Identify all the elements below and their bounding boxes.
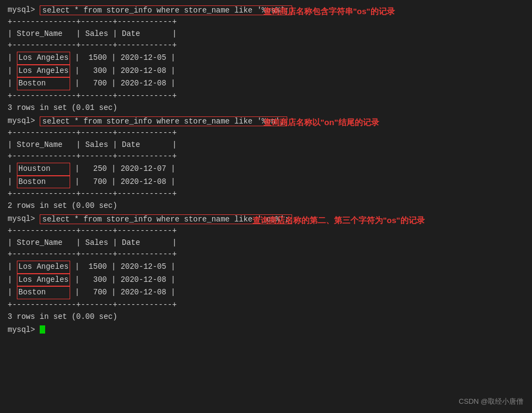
final-prompt: mysql> bbox=[8, 325, 40, 334]
header-2: | Store_Name | Sales | Date | bbox=[8, 139, 524, 151]
result-count-3: 3 rows in set (0.00 sec) bbox=[8, 312, 524, 321]
result-count-1: 3 rows in set (0.01 sec) bbox=[8, 103, 524, 112]
separator-mid-1: +--------------+-------+------------+ bbox=[8, 40, 524, 52]
annotation-1: 查询商店名称包含字符串"os"的记录 bbox=[263, 7, 395, 17]
store-name-cell: Los Angeles bbox=[17, 52, 70, 65]
query-block-3: mysql> select * from store_info where st… bbox=[8, 214, 524, 321]
header-1: | Store_Name | Sales | Date | bbox=[8, 28, 524, 40]
annotation-2: 查询商店名称以"on"结尾的记录 bbox=[263, 118, 379, 128]
store-name-cell: Houston bbox=[17, 163, 70, 176]
table-row: | Houston | 250 | 2020-12-07 | bbox=[8, 163, 524, 176]
table-row: | Boston | 700 | 2020-12-08 | bbox=[8, 176, 524, 189]
separator-top-2: +--------------+-------+------------+ bbox=[8, 127, 524, 139]
sql-command-2: select * from store_info where store_nam… bbox=[40, 116, 287, 126]
prompt-2: mysql> bbox=[8, 116, 40, 125]
cursor bbox=[40, 325, 45, 334]
result-count-2: 2 rows in set (0.00 sec) bbox=[8, 201, 524, 210]
prompt-1: mysql> bbox=[8, 5, 40, 14]
final-prompt-line: mysql> bbox=[8, 325, 524, 334]
store-name-cell: Boston bbox=[17, 176, 70, 189]
table-row: | Boston | 700 | 2020-12-08 | bbox=[8, 77, 524, 90]
table-row: | Los Angeles | 300 | 2020-12-08 | bbox=[8, 274, 524, 287]
separator-top-3: +--------------+-------+------------+ bbox=[8, 225, 524, 237]
store-name-cell: Los Angeles bbox=[17, 65, 70, 78]
store-name-cell: Los Angeles bbox=[17, 274, 70, 287]
header-3: | Store_Name | Sales | Date | bbox=[8, 237, 524, 249]
separator-bot-1: +--------------+-------+------------+ bbox=[8, 90, 524, 102]
annotation-3: 查询商店名称的第二、第三个字符为"os"的记录 bbox=[252, 215, 425, 226]
table-row: | Los Angeles | 300 | 2020-12-08 | bbox=[8, 65, 524, 78]
separator-mid-3: +--------------+-------+------------+ bbox=[8, 249, 524, 261]
query-block-1: mysql> select * from store_info where st… bbox=[8, 5, 524, 112]
footer-brand: CSDN @取经小唐僧 bbox=[459, 397, 523, 406]
store-name-cell: Los Angeles bbox=[17, 261, 70, 274]
store-name-cell: Boston bbox=[17, 77, 70, 90]
separator-bot-2: +--------------+-------+------------+ bbox=[8, 188, 524, 200]
prompt-3: mysql> bbox=[8, 214, 40, 223]
table-row: | Boston | 700 | 2020-12-08 | bbox=[8, 286, 524, 299]
sql-command-1: select * from store_info where store_nam… bbox=[40, 5, 292, 15]
separator-bot-3: +--------------+-------+------------+ bbox=[8, 299, 524, 311]
store-name-cell: Boston bbox=[17, 286, 70, 299]
separator-top-1: +--------------+-------+------------+ bbox=[8, 16, 524, 28]
table-row: | Los Angeles | 1500 | 2020-12-05 | bbox=[8, 261, 524, 274]
terminal: mysql> select * from store_info where st… bbox=[8, 5, 524, 334]
query-block-2: mysql> select * from store_info where st… bbox=[8, 116, 524, 210]
separator-mid-2: +--------------+-------+------------+ bbox=[8, 151, 524, 163]
table-row: | Los Angeles | 1500 | 2020-12-05 | bbox=[8, 52, 524, 65]
